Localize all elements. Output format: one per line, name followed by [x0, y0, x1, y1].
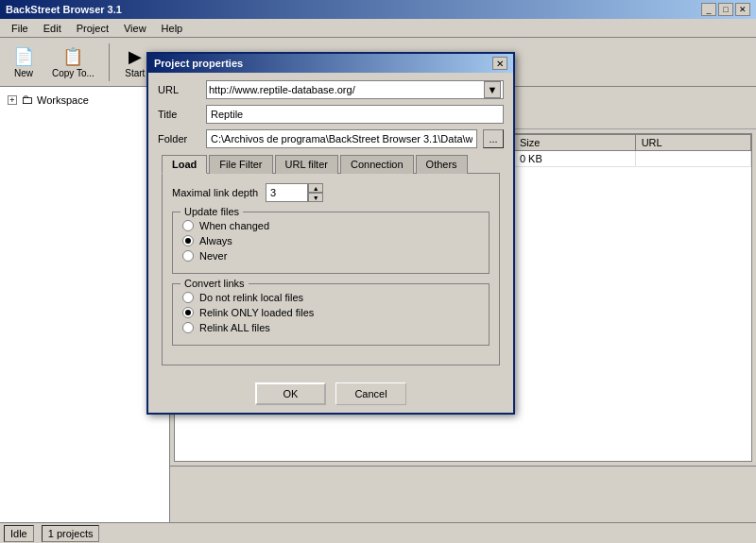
expand-icon[interactable]: + [8, 95, 17, 105]
depth-row: Maximal link depth 3 ▲ ▼ [172, 183, 490, 202]
status-idle: Idle [4, 525, 34, 542]
convert-links-legend: Convert links [180, 278, 249, 289]
relink-all-option[interactable]: Relink ALL files [182, 322, 479, 333]
relink-only-label: Relink ONLY loaded files [199, 307, 314, 318]
update-files-legend: Update files [180, 206, 243, 217]
cell-size: 0 KB [513, 151, 635, 167]
update-never-label: Never [199, 250, 227, 262]
no-relink-label: Do not relink local files [199, 292, 303, 303]
update-always-label: Always [199, 235, 232, 246]
url-value: http://www.reptile-database.org/ [209, 84, 484, 95]
minimize-button[interactable]: _ [701, 3, 716, 16]
relink-all-label: Relink ALL files [199, 322, 270, 333]
update-files-group: Update files When changed Always Never [172, 212, 490, 274]
update-always-radio[interactable] [182, 235, 194, 246]
folder-icon: 🗀 [21, 93, 33, 107]
radio-selected-dot [185, 238, 191, 244]
start-icon: ▶ [124, 45, 146, 68]
title-label: Title [158, 109, 200, 120]
spinner-up-button[interactable]: ▲ [308, 183, 323, 193]
menu-help[interactable]: Help [154, 21, 191, 36]
depth-spinner: ▲ ▼ [308, 183, 323, 202]
update-never-option[interactable]: Never [182, 250, 479, 262]
log-area [170, 466, 756, 522]
spinner-down-button[interactable]: ▼ [308, 193, 323, 202]
tab-content: Maximal link depth 3 ▲ ▼ Update files Wh… [162, 173, 500, 365]
depth-value: 3 [270, 187, 276, 198]
copy-icon: 📋 [61, 45, 84, 68]
dialog-title: Project properties [154, 58, 243, 69]
app-title: BackStreet Browser 3.1 [6, 4, 122, 15]
new-icon: 📄 [12, 45, 35, 68]
maximize-button[interactable]: □ [718, 3, 733, 16]
status-bar: Idle 1 projects [0, 522, 756, 543]
workspace-item[interactable]: + 🗀 Workspace [4, 91, 165, 109]
close-button[interactable]: ✕ [735, 3, 750, 16]
cell-url [635, 151, 750, 167]
title-input[interactable] [206, 105, 504, 124]
update-when-changed-label: When changed [199, 220, 269, 231]
col-url: URL [635, 135, 750, 151]
no-relink-radio[interactable] [182, 292, 194, 303]
radio-selected-dot-2 [185, 310, 191, 315]
sidebar: + 🗀 Workspace [0, 87, 170, 522]
update-when-changed-option[interactable]: When changed [182, 220, 479, 231]
menu-project[interactable]: Project [69, 21, 116, 36]
ok-button[interactable]: OK [255, 382, 326, 405]
tab-load[interactable]: Load [162, 155, 207, 174]
folder-input[interactable] [206, 129, 477, 148]
tabs: Load File Filter URL filter Connection O… [158, 154, 504, 173]
url-dropdown-arrow[interactable]: ▼ [484, 81, 501, 98]
workspace-label: Workspace [37, 94, 89, 106]
project-properties-dialog: Project properties ✕ URL http://www.rept… [146, 52, 515, 415]
update-when-changed-radio[interactable] [182, 220, 194, 231]
status-projects: 1 projects [42, 525, 100, 542]
relink-all-radio[interactable] [182, 322, 194, 333]
tab-url-filter[interactable]: URL filter [275, 155, 338, 174]
depth-spinner-group: 3 ▲ ▼ [266, 183, 323, 202]
depth-label: Maximal link depth [172, 187, 258, 198]
url-label: URL [158, 84, 200, 95]
no-relink-option[interactable]: Do not relink local files [182, 292, 479, 303]
dialog-title-bar: Project properties ✕ [148, 54, 513, 73]
menu-edit[interactable]: Edit [36, 21, 69, 36]
expand-symbol: + [9, 95, 14, 105]
folder-browse-button[interactable]: ... [483, 129, 504, 148]
dialog-body: URL http://www.reptile-database.org/ ▼ T… [148, 73, 513, 373]
update-never-radio[interactable] [182, 250, 194, 262]
tab-connection[interactable]: Connection [340, 155, 414, 174]
copy-label: Copy To... [52, 68, 94, 78]
copy-to-button[interactable]: 📋 Copy To... [45, 42, 101, 81]
new-button[interactable]: 📄 New [6, 42, 42, 81]
cancel-button[interactable]: Cancel [335, 382, 406, 405]
relink-only-radio[interactable] [182, 307, 194, 318]
start-label: Start [125, 68, 145, 78]
url-row: URL http://www.reptile-database.org/ ▼ [158, 80, 504, 99]
menu-file[interactable]: File [4, 21, 36, 36]
menu-bar: File Edit Project View Help [0, 19, 756, 38]
menu-view[interactable]: View [116, 21, 154, 36]
title-bar: BackStreet Browser 3.1 _ □ ✕ [0, 0, 756, 19]
title-bar-buttons: _ □ ✕ [701, 3, 750, 16]
title-row: Title [158, 105, 504, 124]
tab-file-filter[interactable]: File Filter [209, 155, 272, 174]
update-always-option[interactable]: Always [182, 235, 479, 246]
new-label: New [14, 68, 33, 78]
depth-input[interactable]: 3 [266, 183, 308, 202]
folder-label: Folder [158, 133, 200, 144]
relink-only-option[interactable]: Relink ONLY loaded files [182, 307, 479, 318]
col-size: Size [513, 135, 635, 151]
folder-row: Folder ... [158, 129, 504, 148]
dialog-close-button[interactable]: ✕ [492, 57, 507, 70]
tab-others[interactable]: Others [416, 155, 468, 174]
url-select[interactable]: http://www.reptile-database.org/ ▼ [206, 80, 504, 99]
convert-links-group: Convert links Do not relink local files … [172, 283, 490, 346]
dialog-buttons: OK Cancel [148, 373, 513, 413]
toolbar-separator [109, 43, 110, 81]
